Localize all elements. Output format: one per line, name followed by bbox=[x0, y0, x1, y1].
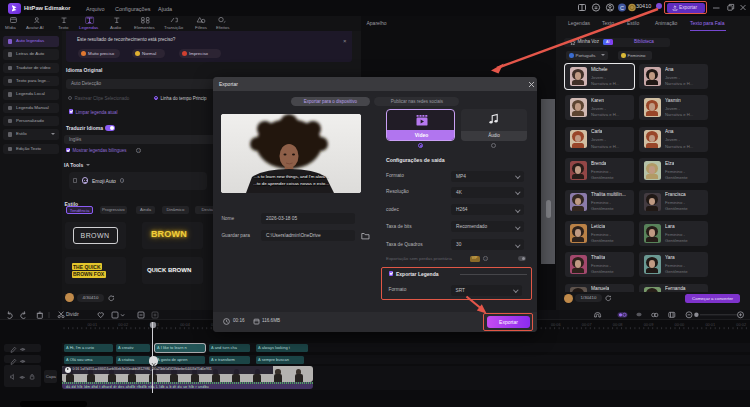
svg-text:00:00: 00:00 bbox=[675, 322, 686, 327]
svg-text:00:02: 00:02 bbox=[736, 322, 746, 327]
svg-text:00:07: 00:07 bbox=[582, 322, 592, 327]
svg-text:00:04: 00:04 bbox=[180, 322, 191, 327]
svg-text:00:02: 00:02 bbox=[118, 322, 128, 327]
svg-text:00:08: 00:08 bbox=[613, 322, 623, 327]
svg-text:C: C bbox=[620, 5, 624, 11]
svg-text:00:09: 00:09 bbox=[644, 322, 654, 327]
svg-text:00:01: 00:01 bbox=[705, 322, 715, 327]
svg-text:00:01: 00:01 bbox=[87, 322, 97, 327]
svg-text:00:06: 00:06 bbox=[551, 322, 561, 327]
